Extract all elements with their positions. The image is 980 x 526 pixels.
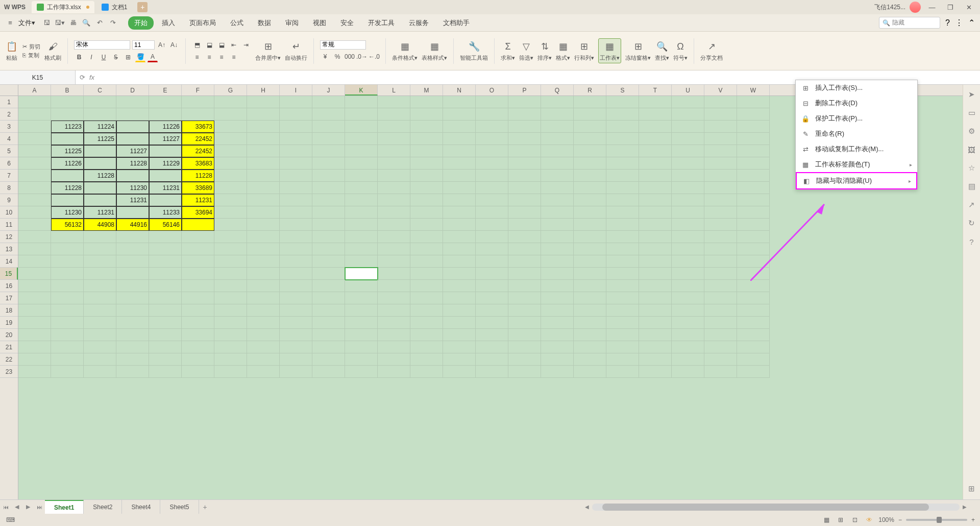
cell-G10[interactable] — [214, 206, 247, 219]
cell-P5[interactable] — [508, 145, 541, 157]
row-header-22[interactable]: 22 — [0, 353, 18, 366]
cell-J12[interactable] — [312, 231, 345, 243]
cell-O23[interactable] — [476, 366, 508, 378]
cell-G22[interactable] — [214, 353, 247, 366]
cell-U11[interactable] — [672, 219, 704, 231]
cell-N16[interactable] — [443, 280, 476, 292]
cell-B9[interactable] — [51, 194, 84, 206]
cell-M9[interactable] — [410, 194, 443, 206]
cell-H15[interactable] — [247, 268, 280, 280]
cell-B15[interactable] — [51, 268, 84, 280]
cell-U16[interactable] — [672, 280, 704, 292]
cell-O7[interactable] — [476, 170, 508, 182]
cell-Q3[interactable] — [541, 121, 574, 133]
cell-A13[interactable] — [18, 243, 51, 255]
cell-E1[interactable] — [149, 96, 182, 108]
cell-F6[interactable]: 33683 — [182, 157, 214, 170]
cell-F22[interactable] — [182, 353, 214, 366]
col-header-K[interactable]: K — [345, 85, 378, 95]
increase-decimal-icon[interactable]: .0→ — [357, 52, 367, 62]
cond-format[interactable]: ▦条件格式▾ — [392, 40, 418, 62]
cell-A1[interactable] — [18, 96, 51, 108]
cursor-icon[interactable]: ➤ — [966, 89, 977, 100]
cell-R18[interactable] — [574, 304, 606, 317]
doc-tab-1[interactable]: 文档1 — [96, 1, 133, 13]
cell-G20[interactable] — [214, 329, 247, 341]
cell-M17[interactable] — [410, 292, 443, 304]
cell-Q19[interactable] — [541, 317, 574, 329]
cell-W10[interactable] — [737, 206, 770, 219]
cell-I2[interactable] — [280, 108, 312, 121]
cell-T5[interactable] — [639, 145, 672, 157]
format-painter[interactable]: 🖌 格式刷 — [44, 40, 61, 62]
cell-S6[interactable] — [606, 157, 639, 170]
dropdown-item-2[interactable]: 🔒保护工作表(P)... — [796, 111, 917, 126]
cell-R8[interactable] — [574, 182, 606, 194]
cell-J16[interactable] — [312, 280, 345, 292]
cell-H8[interactable] — [247, 182, 280, 194]
cell-T12[interactable] — [639, 231, 672, 243]
cell-N12[interactable] — [443, 231, 476, 243]
cell-J13[interactable] — [312, 243, 345, 255]
cell-M7[interactable] — [410, 170, 443, 182]
cell-E11[interactable]: 56146 — [149, 219, 182, 231]
cell-V18[interactable] — [704, 304, 737, 317]
dropdown-item-0[interactable]: ⊞插入工作表(S)... — [796, 80, 917, 95]
cell-E22[interactable] — [149, 353, 182, 366]
cell-U8[interactable] — [672, 182, 704, 194]
cell-F13[interactable] — [182, 243, 214, 255]
cell-H9[interactable] — [247, 194, 280, 206]
cell-A23[interactable] — [18, 366, 51, 378]
font-name-input[interactable] — [74, 40, 130, 50]
cell-I9[interactable] — [280, 194, 312, 206]
cell-E23[interactable] — [149, 366, 182, 378]
cell-U5[interactable] — [672, 145, 704, 157]
sheet-tab-1[interactable]: Sheet2 — [84, 500, 122, 514]
align-left-icon[interactable]: ≡ — [192, 52, 202, 62]
ribbon-tab-3[interactable]: 公式 — [224, 16, 250, 30]
cell-G9[interactable] — [214, 194, 247, 206]
cell-K22[interactable] — [345, 353, 378, 366]
doc-tab-0[interactable]: 工作簿3.xlsx — [32, 1, 94, 13]
cell-N2[interactable] — [443, 108, 476, 121]
cell-I11[interactable] — [280, 219, 312, 231]
cell-M14[interactable] — [410, 255, 443, 268]
cell-G3[interactable] — [214, 121, 247, 133]
cell-M15[interactable] — [410, 268, 443, 280]
cell-I14[interactable] — [280, 255, 312, 268]
cut-button[interactable]: ✂ 剪切 — [22, 43, 40, 51]
cell-R12[interactable] — [574, 231, 606, 243]
cell-T4[interactable] — [639, 133, 672, 145]
cell-K5[interactable] — [345, 145, 378, 157]
cell-Q22[interactable] — [541, 353, 574, 366]
format[interactable]: ▦格式▾ — [556, 40, 570, 62]
cell-Q14[interactable] — [541, 255, 574, 268]
col-header-U[interactable]: U — [672, 85, 704, 95]
cell-E14[interactable] — [149, 255, 182, 268]
cell-T10[interactable] — [639, 206, 672, 219]
cell-V8[interactable] — [704, 182, 737, 194]
close-button[interactable]: ✕ — [962, 2, 976, 12]
cell-T23[interactable] — [639, 366, 672, 378]
gallery-icon[interactable]: 🖼 — [966, 144, 977, 155]
cell-O6[interactable] — [476, 157, 508, 170]
cell-S23[interactable] — [606, 366, 639, 378]
cell-D9[interactable]: 11231 — [116, 194, 149, 206]
cell-C2[interactable] — [84, 108, 116, 121]
cell-A2[interactable] — [18, 108, 51, 121]
ribbon-tab-6[interactable]: 视图 — [307, 16, 332, 30]
cell-J20[interactable] — [312, 329, 345, 341]
cell-B12[interactable] — [51, 231, 84, 243]
cell-P11[interactable] — [508, 219, 541, 231]
cell-S14[interactable] — [606, 255, 639, 268]
cell-D8[interactable]: 11230 — [116, 182, 149, 194]
cell-T11[interactable] — [639, 219, 672, 231]
cell-Q4[interactable] — [541, 133, 574, 145]
cell-H6[interactable] — [247, 157, 280, 170]
name-box[interactable]: K15 — [0, 70, 76, 84]
row-header-10[interactable]: 10 — [0, 206, 18, 219]
col-header-P[interactable]: P — [508, 85, 541, 95]
zoom-pct[interactable]: 100% — [878, 516, 894, 523]
cell-N3[interactable] — [443, 121, 476, 133]
cell-W4[interactable] — [737, 133, 770, 145]
